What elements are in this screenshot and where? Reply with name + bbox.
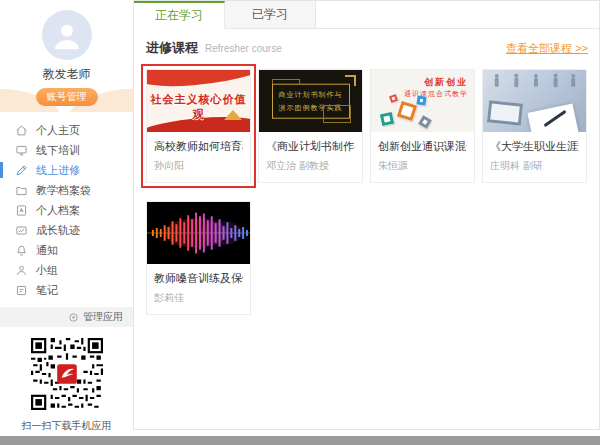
monitor-icon	[15, 144, 28, 157]
course-title: 《商业计划书制作与演示...	[266, 139, 355, 154]
thumbnail-line: 通识课混合式教学	[404, 89, 468, 99]
horizontal-scrollbar[interactable]	[0, 436, 600, 445]
sidebar-item-label: 笔记	[36, 283, 58, 298]
main-panel: 正在学习 已学习 进修课程 Refresher course 查看全部课程 >>…	[133, 0, 600, 430]
decor-square	[418, 115, 432, 129]
course-card-body: 《商业计划书制作与演示... 邓立治 副教授	[259, 132, 362, 182]
decor-square	[380, 112, 394, 126]
sidebar-item-notes[interactable]: 笔记	[0, 280, 133, 300]
section-title: 进修课程	[146, 39, 198, 57]
sidebar-item-label: 成长轨迹	[36, 223, 80, 238]
course-title: 《大学生职业生涯规划》...	[490, 139, 579, 154]
sidebar-item-personal-file[interactable]: 个人档案	[0, 200, 133, 220]
decor-laptop	[487, 100, 523, 125]
sidebar-item-homepage[interactable]: 个人主页	[0, 120, 133, 140]
sidebar-item-teaching-portfolio[interactable]: 教学档案袋	[0, 180, 133, 200]
person-icon	[15, 264, 28, 277]
course-thumbnail	[147, 202, 250, 264]
course-title: 创新创业通识课混合式教学	[378, 139, 467, 154]
gear-icon	[68, 312, 79, 323]
course-author: 朱恒源	[378, 159, 467, 173]
user-icon	[50, 18, 84, 52]
account-manage-button[interactable]: 账号管理	[36, 88, 98, 106]
thumbnail-line: 商业计划书制作与	[279, 88, 343, 101]
thumbnail-slogan: 社会主义核心价值观	[147, 92, 250, 122]
course-title: 高校教师如何培育和践行...	[154, 139, 243, 154]
course-author: 孙向阳	[154, 159, 243, 173]
sidebar-item-label: 线上进修	[36, 163, 80, 178]
course-grid: 社会主义核心价值观 高校教师如何培育和践行... 孙向阳 商业计划书制作与 演示…	[134, 65, 599, 315]
course-thumbnail: 创新创业 通识课混合式教学	[371, 70, 474, 132]
course-author: 庄明科 副研	[490, 159, 579, 173]
course-card-core-values[interactable]: 社会主义核心价值观 高校教师如何培育和践行... 孙向阳	[146, 69, 251, 183]
qr-section: 扫一扫下载手机应用	[0, 338, 133, 433]
manage-apps-label: 管理应用	[83, 310, 123, 324]
manage-apps-button[interactable]: 管理应用	[0, 307, 133, 327]
course-card-body: 高校教师如何培育和践行... 孙向阳	[147, 132, 250, 182]
course-card-body: 《大学生职业生涯规划》... 庄明科 副研	[483, 132, 586, 182]
course-title: 教师嗓音训练及保健	[154, 271, 243, 286]
qr-caption: 扫一扫下载手机应用	[0, 419, 133, 433]
sidebar-item-label: 线下培训	[36, 143, 80, 158]
thumbnail-line: 创新创业	[424, 76, 468, 89]
course-thumbnail	[483, 70, 586, 132]
tab-learned[interactable]: 已学习	[225, 1, 316, 28]
section-subtitle: Refresher course	[205, 43, 282, 54]
avatar[interactable]	[42, 10, 92, 60]
course-card-career-planning[interactable]: 《大学生职业生涯规划》... 庄明科 副研	[482, 69, 587, 183]
course-card-business-plan[interactable]: 商业计划书制作与 演示图例教学实践 《商业计划书制作与演示... 邓立治 副教授	[258, 69, 363, 183]
decor-square	[397, 101, 417, 121]
sidebar-item-offline-training[interactable]: 线下培训	[0, 140, 133, 160]
growth-chart-icon	[15, 224, 28, 237]
course-card-body: 教师嗓音训练及保健 彭莉佳	[147, 264, 250, 314]
folder-icon	[15, 184, 28, 197]
course-author: 彭莉佳	[154, 291, 243, 305]
document-icon	[15, 204, 28, 217]
sidebar: 教发老师 账号管理 个人主页 线下培训 线上进修 教学档案袋	[0, 0, 133, 436]
decor-red-band	[147, 70, 250, 90]
sidebar-item-label: 个人档案	[36, 203, 80, 218]
sidebar-menu: 个人主页 线下培训 线上进修 教学档案袋 个人档案 成长轨迹	[0, 120, 133, 300]
sidebar-item-label: 小组	[36, 263, 58, 278]
thumbnail-text-box: 商业计划书制作与 演示图例教学实践	[272, 84, 350, 119]
course-card-voice-training[interactable]: 教师嗓音训练及保健 彭莉佳	[146, 201, 251, 315]
decor-square	[389, 94, 398, 103]
sidebar-item-label: 个人主页	[36, 123, 80, 138]
course-author: 邓立治 副教授	[266, 159, 355, 173]
view-all-courses-link[interactable]: 查看全部课程 >>	[506, 41, 588, 56]
sidebar-item-label: 教学档案袋	[36, 183, 91, 198]
decor-square	[416, 95, 426, 105]
profile-section: 教发老师 账号管理	[0, 0, 133, 112]
sidebar-item-groups[interactable]: 小组	[0, 260, 133, 280]
tab-bar: 正在学习 已学习	[134, 1, 599, 29]
sidebar-item-online-study[interactable]: 线上进修	[0, 160, 133, 180]
username: 教发老师	[0, 66, 133, 83]
sidebar-item-label: 通知	[36, 243, 58, 258]
qr-code	[31, 338, 103, 410]
course-card-innovation[interactable]: 创新创业 通识课混合式教学 创新创业通识课混合式教学 朱恒源	[370, 69, 475, 183]
course-card-body: 创新创业通识课混合式教学 朱恒源	[371, 132, 474, 182]
course-thumbnail: 社会主义核心价值观	[147, 70, 250, 132]
section-header: 进修课程 Refresher course 查看全部课程 >>	[134, 29, 599, 65]
tab-currently-learning[interactable]: 正在学习	[134, 1, 225, 29]
sidebar-item-growth-track[interactable]: 成长轨迹	[0, 220, 133, 240]
thumbnail-line: 演示图例教学实践	[279, 101, 343, 114]
course-thumbnail: 商业计划书制作与 演示图例教学实践	[259, 70, 362, 132]
note-icon	[15, 284, 28, 297]
pen-icon	[15, 164, 28, 177]
sidebar-item-notifications[interactable]: 通知	[0, 240, 133, 260]
app: 教发老师 账号管理 个人主页 线下培训 线上进修 教学档案袋	[0, 0, 600, 436]
home-icon	[15, 124, 28, 137]
bell-icon	[15, 244, 28, 257]
decor-sound-wave	[147, 202, 250, 264]
decor-people-silhouettes	[483, 72, 586, 88]
